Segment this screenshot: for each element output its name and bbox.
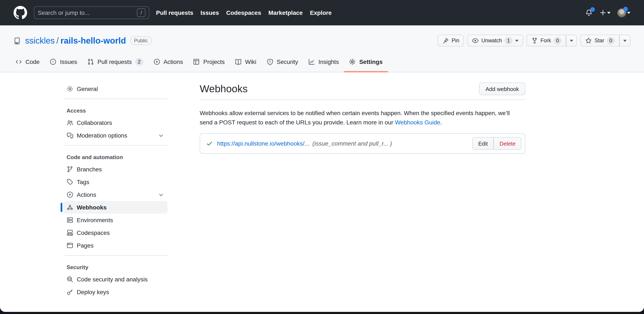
tab-issues[interactable]: Issues [45,52,82,72]
star-icon [585,37,592,44]
sidebar-item-label: Tags [77,178,89,185]
tab-wiki[interactable]: Wiki [230,52,261,72]
sidebar-item-code-security[interactable]: Code security and analysis [63,273,168,286]
star-dropdown-button[interactable] [620,35,630,46]
github-settings-page: / Pull requests Issues Codespaces Market… [0,0,644,312]
webhook-list-item: https://api.nullstone.io/webhooks/... (i… [200,133,525,154]
sidebar-item-branches[interactable]: Branches [63,163,168,176]
star-button[interactable]: Star 0 [580,35,620,46]
pin-button[interactable]: Pin [438,35,464,46]
star-label: Star [594,38,604,44]
sidebar-item-label: Branches [77,166,102,173]
sidebar-item-environments[interactable]: Environments [63,214,168,226]
github-logo-icon[interactable] [14,6,27,19]
play-icon [66,191,73,198]
chevron-down-icon [623,40,626,42]
sidebar-item-webhooks[interactable]: Webhooks [63,201,168,214]
project-icon [193,58,200,65]
divider [63,255,168,256]
sidebar-item-deploy-keys[interactable]: Deploy keys [63,286,168,298]
sidebar-item-label: Pages [77,242,94,249]
sidebar-item-label: Deploy keys [77,289,109,295]
tab-label: Security [277,58,298,65]
tab-label: Issues [60,58,77,65]
gear-icon [349,58,356,65]
server-icon [66,217,73,223]
chevron-down-icon [570,40,574,42]
sidebar-item-codespaces[interactable]: Codespaces [63,226,168,239]
fork-button[interactable]: Fork 0 [526,35,566,46]
sidebar-item-tags[interactable]: Tags [63,176,168,188]
tab-pull-requests[interactable]: Pull requests 2 [82,52,148,72]
breadcrumb: ssickles/rails-hello-world [25,36,126,45]
tab-label: Insights [318,58,339,65]
tab-settings[interactable]: Settings [344,52,388,72]
fork-icon [531,37,538,44]
delete-webhook-button[interactable]: Delete [494,137,522,150]
pull-request-count: 2 [135,58,143,66]
sidebar-section-access: Access [61,102,168,116]
chevron-down-icon [515,40,518,42]
search-shortcut-key: / [137,8,146,17]
divider [63,99,168,99]
webhooks-guide-link[interactable]: Webhooks Guide [395,119,440,126]
app-header: / Pull requests Issues Codespaces Market… [0,0,644,25]
tab-projects[interactable]: Projects [188,52,230,72]
description-line1: Webhooks allow external services to be n… [200,110,510,116]
tab-security[interactable]: Security [261,52,303,72]
tab-insights[interactable]: Insights [303,52,344,72]
watch-count: 1 [504,37,512,44]
tab-label: Settings [359,58,383,65]
repo-icon [14,37,21,44]
search-box[interactable]: / [34,6,149,19]
top-nav: Pull requests Issues Codespaces Marketpl… [156,9,332,16]
tab-code[interactable]: Code [10,52,45,72]
unwatch-label: Unwatch [482,38,502,44]
sidebar-item-moderation-options[interactable]: Moderation options [63,129,168,142]
edit-webhook-button[interactable]: Edit [472,137,494,150]
repo-owner-link[interactable]: ssickles [25,36,55,45]
unwatch-button[interactable]: Unwatch 1 [468,35,523,46]
check-icon [206,140,213,147]
gear-icon [66,85,73,92]
description-period: . [440,119,442,126]
sidebar-section-code-and-automation: Code and automation [61,149,168,163]
pin-label: Pin [452,38,459,44]
sidebar-item-pages[interactable]: Pages [63,239,168,252]
sidebar-item-label: Codespaces [77,229,110,236]
tab-label: Projects [203,58,225,65]
nav-pull-requests[interactable]: Pull requests [156,9,193,16]
nav-codespaces[interactable]: Codespaces [226,9,261,16]
avatar-status-dot [623,6,628,11]
webhook-url-link[interactable]: https://api.nullstone.io/webhooks/... [217,140,310,147]
codespaces-icon [66,229,73,236]
sidebar-item-label: Webhooks [77,204,107,211]
nav-explore[interactable]: Explore [310,9,332,16]
webhooks-main: Webhooks Add webhook Webhooks allow exte… [200,83,525,298]
code-icon [15,58,22,65]
chevron-down-icon [607,12,610,14]
search-input[interactable] [38,9,137,16]
sidebar-item-general[interactable]: General [63,83,168,95]
visibility-badge: Public [130,36,152,45]
add-webhook-button[interactable]: Add webhook [479,83,525,95]
sidebar-item-actions[interactable]: Actions [63,188,168,201]
tab-actions[interactable]: Actions [148,52,188,72]
profile-menu-button[interactable] [617,8,630,17]
notifications-button[interactable] [585,9,593,16]
fork-button-group: Fork 0 [526,35,577,46]
divider [63,145,168,146]
fork-dropdown-button[interactable] [567,35,577,46]
sidebar-item-label: Actions [77,191,96,198]
nav-issues[interactable]: Issues [200,9,219,16]
create-new-button[interactable] [600,9,610,16]
code-scan-icon [66,276,73,283]
issue-opened-icon [50,58,56,65]
repo-name-link[interactable]: rails-hello-world [60,36,126,45]
sidebar-item-collaborators[interactable]: Collaborators [63,116,168,129]
chevron-down-icon [627,12,630,14]
tag-icon [66,178,73,185]
sidebar-item-label: Environments [77,217,113,223]
pull-request-icon [87,58,94,65]
nav-marketplace[interactable]: Marketplace [268,9,303,16]
